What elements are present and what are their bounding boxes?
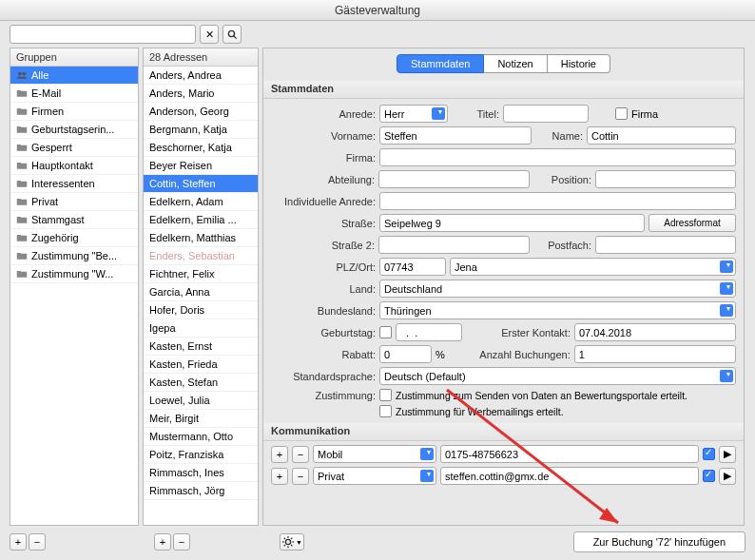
group-item[interactable]: Interessenten (10, 175, 138, 193)
geburtstag-checkbox[interactable] (379, 326, 392, 338)
strasse-label: Straße: (271, 218, 376, 229)
sprache-select[interactable]: Deutsch (Default) (379, 367, 736, 385)
address-item[interactable]: Garcia, Anna (144, 283, 258, 301)
comm-add-button[interactable]: + (271, 468, 288, 485)
name-label: Name: (535, 130, 583, 142)
address-item[interactable]: Hofer, Doris (144, 301, 258, 319)
group-item[interactable]: Zustimmung "Be... (10, 247, 138, 265)
abteilung-field[interactable] (378, 170, 530, 188)
address-item[interactable]: Mustermann, Otto (144, 428, 258, 446)
address-item[interactable]: Kasten, Stefan (144, 374, 258, 392)
addr-add-button[interactable]: + (154, 533, 171, 550)
address-item[interactable]: Anders, Mario (144, 85, 258, 103)
tab-notizen[interactable]: Notizen (484, 54, 547, 73)
address-item[interactable]: Fichtner, Felix (144, 265, 258, 283)
indiv-label: Individuelle Anrede: (271, 196, 376, 207)
address-item[interactable]: Rimmasch, Jörg (144, 482, 258, 500)
gear-icon[interactable]: ▼ (280, 533, 304, 550)
groups-remove-button[interactable]: − (29, 533, 46, 550)
group-item[interactable]: E-Mail (10, 85, 138, 103)
name-field[interactable] (587, 126, 736, 145)
postfach-field[interactable] (595, 236, 736, 254)
address-item[interactable]: Edelkern, Adam (144, 193, 258, 211)
group-item[interactable]: Zugehörig (10, 229, 138, 247)
plz-field[interactable] (379, 258, 446, 276)
indiv-field[interactable] (379, 192, 736, 210)
search-icon[interactable] (223, 25, 242, 44)
group-item[interactable]: Hauptkontakt (10, 157, 138, 175)
address-item[interactable]: Anderson, Georg (144, 103, 258, 121)
addr-remove-button[interactable]: − (173, 533, 190, 550)
comm2-type-select[interactable]: Privat (313, 467, 436, 485)
group-item[interactable]: Zustimmung "W... (10, 265, 138, 283)
group-item[interactable]: Gesperrt (10, 139, 138, 157)
zust1-checkbox[interactable] (379, 389, 392, 401)
address-item[interactable]: Beyer Reisen (144, 157, 258, 175)
comm2-value-field[interactable] (440, 467, 699, 485)
groups-list: Gruppen AlleE-MailFirmenGeburtstagserin.… (10, 48, 139, 526)
clear-search-icon[interactable]: ✕ (200, 25, 219, 44)
folder-icon (16, 269, 28, 279)
anzahl-field[interactable] (574, 345, 736, 363)
address-item[interactable]: Poitz, Franziska (144, 446, 258, 464)
address-item[interactable]: Loewel, Julia (144, 392, 258, 410)
land-select[interactable]: Deutschland (379, 280, 736, 298)
sprache-label: Standardsprache: (271, 371, 376, 382)
address-item[interactable]: Anders, Andrea (144, 67, 258, 85)
folder-icon (16, 143, 28, 152)
position-field[interactable] (595, 170, 736, 188)
adressformat-button[interactable]: Adressformat (649, 214, 736, 232)
group-item[interactable]: Firmen (10, 103, 138, 121)
zust2-checkbox[interactable] (379, 405, 392, 417)
rabatt-field[interactable] (379, 345, 432, 363)
address-item[interactable]: Beschorner, Katja (144, 139, 258, 157)
vorname-label: Vorname: (271, 130, 376, 142)
search-input[interactable] (10, 25, 196, 44)
groups-add-button[interactable]: + (10, 533, 27, 550)
address-item[interactable]: Kasten, Frieda (144, 356, 258, 374)
address-item[interactable]: Enders, Sebastian (144, 247, 258, 265)
bundesland-select[interactable]: Thüringen (379, 301, 736, 319)
firma-checkbox[interactable] (615, 107, 628, 120)
address-item[interactable]: Edelkern, Emilia ... (144, 211, 258, 229)
land-label: Land: (271, 283, 376, 295)
address-item[interactable]: Igepa (144, 319, 258, 338)
group-item[interactable]: Alle (10, 67, 138, 85)
comm1-action-button[interactable]: ▶ (719, 446, 736, 463)
strasse-field[interactable] (379, 214, 645, 232)
firma-checkbox-label: Firma (631, 108, 658, 120)
add-to-booking-button[interactable]: Zur Buchung '72' hinzufügen (573, 531, 745, 552)
rabatt-unit: % (436, 349, 445, 360)
group-item[interactable]: Stammgast (10, 211, 138, 229)
comm1-value-field[interactable] (440, 445, 699, 463)
geburtstag-field[interactable] (396, 323, 462, 341)
vorname-field[interactable] (379, 126, 532, 145)
address-item[interactable]: Edelkern, Matthias (144, 229, 258, 247)
comm-add-button[interactable]: + (271, 446, 288, 463)
comm-remove-button[interactable]: − (292, 468, 309, 485)
titel-field[interactable] (503, 105, 589, 123)
address-item[interactable]: Meir, Birgit (144, 410, 258, 428)
folder-icon (16, 161, 28, 170)
firma-field[interactable] (379, 148, 736, 166)
anrede-select[interactable]: Herr (379, 105, 448, 123)
erster-kontakt-field[interactable] (574, 323, 736, 341)
group-item[interactable]: Geburtstagserin... (10, 121, 138, 139)
comm2-primary-checkbox[interactable] (703, 470, 715, 482)
comm-remove-button[interactable]: − (292, 446, 309, 463)
address-item[interactable]: Kasten, Ernst (144, 338, 258, 356)
comm2-action-button[interactable]: ▶ (719, 468, 736, 485)
group-item[interactable]: Privat (10, 193, 138, 211)
comm1-type-select[interactable]: Mobil (313, 445, 436, 463)
tab-historie[interactable]: Historie (548, 54, 610, 73)
address-item[interactable]: Rimmasch, Ines (144, 464, 258, 482)
ort-select[interactable]: Jena (450, 258, 736, 276)
tab-stammdaten[interactable]: Stammdaten (397, 54, 484, 73)
comm1-primary-checkbox[interactable] (703, 448, 715, 460)
address-item[interactable]: Cottin, Steffen (144, 175, 258, 193)
strasse2-field[interactable] (378, 236, 530, 254)
strasse2-label: Straße 2: (271, 240, 375, 251)
svg-line-11 (284, 538, 285, 539)
folder-icon (16, 179, 28, 188)
address-item[interactable]: Bergmann, Katja (144, 121, 258, 139)
